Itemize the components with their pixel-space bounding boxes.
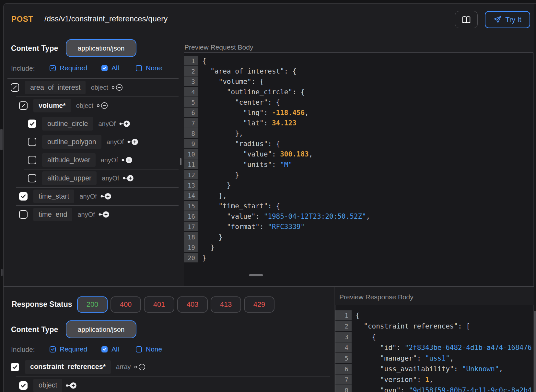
include-option-all[interactable]: All xyxy=(101,346,119,353)
collapse-toggle-icon[interactable] xyxy=(111,84,123,91)
line-number: 16 xyxy=(184,211,198,222)
checkbox-unchecked[interactable] xyxy=(28,138,36,146)
status-button-429[interactable]: 429 xyxy=(244,296,274,313)
send-icon xyxy=(494,16,502,24)
panel-divider-vertical xyxy=(182,34,182,286)
code-line: 19 } xyxy=(184,242,533,253)
schema-row-time_start: time_startanyOf xyxy=(4,187,179,205)
include-option-required[interactable]: Required xyxy=(50,64,87,72)
include-option-none[interactable]: None xyxy=(136,64,162,72)
status-button-401[interactable]: 401 xyxy=(144,296,174,313)
code-text: "volume": { xyxy=(198,76,264,87)
field-type: anyOf xyxy=(79,193,97,200)
collapse-toggle-icon[interactable] xyxy=(97,102,108,110)
request-preview-title: Preview Request Body xyxy=(184,43,253,51)
expand-toggle-icon[interactable] xyxy=(127,138,139,146)
status-button-413[interactable]: 413 xyxy=(211,296,241,313)
code-text: { xyxy=(352,310,360,321)
checkbox-checked[interactable] xyxy=(28,120,36,128)
collapse-toggle-icon[interactable] xyxy=(134,363,146,371)
checkbox-unchecked[interactable] xyxy=(28,174,36,182)
request-content-type-label: Content Type xyxy=(11,44,58,53)
expand-toggle-icon[interactable] xyxy=(121,156,133,164)
checkbox-checked[interactable] xyxy=(19,381,28,390)
expand-toggle-icon[interactable] xyxy=(98,211,110,218)
docs-button[interactable] xyxy=(455,11,478,28)
line-number: 19 xyxy=(184,242,198,253)
include-checkbox-outline-check xyxy=(50,65,56,71)
schema-row-volume: volume*object xyxy=(4,97,179,115)
line-number: 11 xyxy=(184,159,198,170)
include-option-label: All xyxy=(111,64,119,72)
line-number: 7 xyxy=(335,375,352,385)
field-name: object xyxy=(39,381,57,389)
field-name: time_start xyxy=(39,192,69,201)
code-line: 13 } xyxy=(184,180,533,190)
request-content-type-button[interactable]: application/json xyxy=(66,39,136,57)
status-button-200[interactable]: 200 xyxy=(77,296,108,313)
field-name: outline_circle xyxy=(47,120,88,128)
line-number: 8 xyxy=(335,385,352,392)
code-text: "radius": { xyxy=(198,139,280,149)
field-type: anyOf xyxy=(107,138,124,146)
code-line: 3 { xyxy=(335,332,533,342)
include-option-none[interactable]: None xyxy=(136,346,162,353)
line-number: 17 xyxy=(184,222,198,232)
checkbox-indeterminate[interactable] xyxy=(19,101,28,110)
checkbox-indeterminate[interactable] xyxy=(11,83,19,92)
response-body-code[interactable]: 1{2 "constraint_references": [3 {4 "id":… xyxy=(335,305,533,392)
expand-toggle-icon[interactable] xyxy=(122,174,134,182)
checkbox-checked[interactable] xyxy=(11,363,19,371)
include-option-all[interactable]: All xyxy=(101,64,119,72)
code-line: 4 "outline_circle": { xyxy=(184,87,533,97)
code-line: 3 "volume": { xyxy=(184,76,533,87)
code-line: 17 "format": "RFC3339" xyxy=(184,222,533,232)
code-text: } xyxy=(198,232,223,242)
checkbox-unchecked[interactable] xyxy=(19,210,28,219)
schema-panel-scrollbar-thumb[interactable] xyxy=(180,158,181,165)
code-line: 7 "lat": 34.123 xyxy=(184,118,533,128)
left-scrollbar-thumb[interactable] xyxy=(0,129,3,150)
line-number: 4 xyxy=(184,87,198,97)
schema-row-constraint_references: constraint_references*array xyxy=(4,358,330,376)
checkbox-checked[interactable] xyxy=(19,192,28,201)
status-button-403[interactable]: 403 xyxy=(177,296,208,313)
checkbox-unchecked[interactable] xyxy=(28,156,36,164)
response-content-type-button[interactable]: application/json xyxy=(66,320,136,338)
field-pill: time_end xyxy=(33,208,72,221)
right-scrollbar-thumb[interactable] xyxy=(534,311,536,392)
try-it-button[interactable]: Try It xyxy=(485,11,530,28)
code-text: "time_start": { xyxy=(198,201,280,211)
request-code-hscrollbar-thumb[interactable] xyxy=(249,274,263,276)
request-body-code[interactable]: 1{2 "area_of_interest": {3 "volume": {4 … xyxy=(184,52,533,286)
expand-toggle-icon[interactable] xyxy=(65,382,77,389)
code-text: "outline_circle": { xyxy=(198,87,305,97)
code-line: 8 "ovn": "9d158f59-80b7-4c11-9c0c-8a2b4 xyxy=(335,385,533,392)
code-text: "value": 300.183, xyxy=(198,149,313,159)
code-line: 11 "units": "M" xyxy=(184,159,533,170)
code-line: 6 "uss_availability": "Unknown", xyxy=(335,364,533,375)
field-pill: constraint_references* xyxy=(25,360,111,374)
response-content-type-value: application/json xyxy=(78,326,125,333)
panel-divider-vertical-bottom xyxy=(334,287,334,392)
code-text: } xyxy=(198,253,206,263)
include-option-required[interactable]: Required xyxy=(50,346,87,353)
code-text: { xyxy=(198,56,206,66)
expand-toggle-icon[interactable] xyxy=(119,120,131,128)
response-include-label: Include: xyxy=(11,346,35,353)
field-name: altitude_lower xyxy=(47,156,90,164)
status-button-400[interactable]: 400 xyxy=(111,296,141,313)
code-line: 2 "constraint_references": [ xyxy=(335,321,533,332)
field-name: constraint_references* xyxy=(30,363,106,371)
response-preview-title: Preview Response Body xyxy=(339,293,414,301)
expand-toggle-icon[interactable] xyxy=(100,192,112,200)
code-line: 7 "version": 1, xyxy=(335,375,533,385)
include-option-label: All xyxy=(111,345,119,353)
response-content-type-label: Content Type xyxy=(11,325,58,334)
include-checkbox-filled-check xyxy=(101,65,108,71)
line-number: 1 xyxy=(184,56,198,66)
code-text: }, xyxy=(198,190,227,201)
schema-row-outline_circle: outline_circleanyOf xyxy=(4,115,179,133)
left-scrollbar-thumb-small[interactable] xyxy=(1,269,3,276)
field-type: array xyxy=(116,363,131,371)
